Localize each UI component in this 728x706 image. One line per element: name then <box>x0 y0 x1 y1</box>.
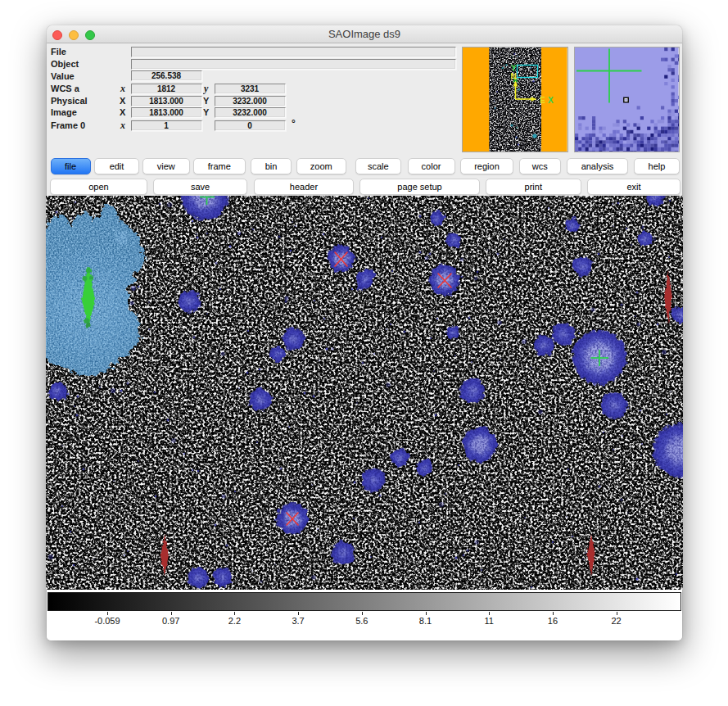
svg-text:X: X <box>548 96 554 105</box>
svg-text:N: N <box>510 71 516 80</box>
svg-text:E: E <box>540 96 545 105</box>
